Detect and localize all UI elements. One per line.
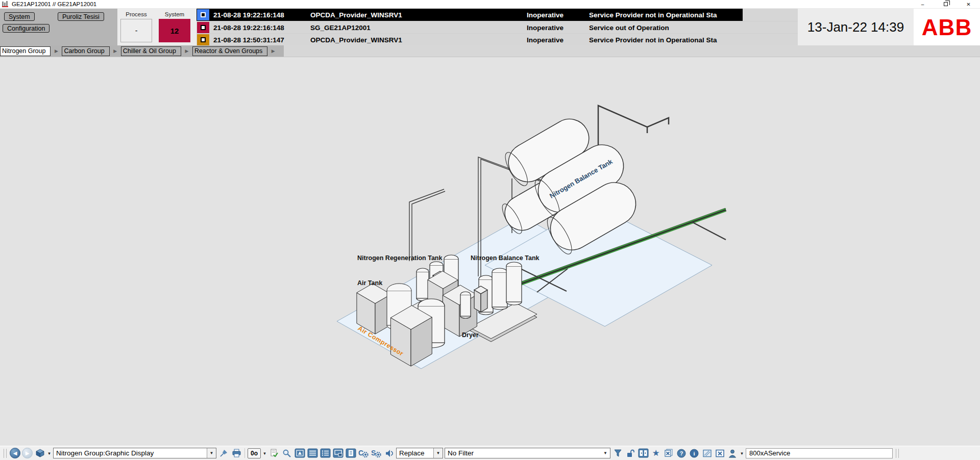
tab-label: Nitrogen Group: [2, 47, 45, 55]
acknowledge-button[interactable]: 0o: [248, 448, 261, 458]
nitrogen-plant-scene: Nitrogen Balance Tank: [0, 57, 980, 446]
minimize-button[interactable]: –: [911, 0, 934, 8]
window-overlap-icon[interactable]: [701, 448, 713, 459]
alarm-description: Service out of Operation: [589, 24, 743, 32]
header-band: System Puroliz Tesisi Configuration Proc…: [0, 9, 980, 45]
combo-dropdown-icon[interactable]: [207, 448, 216, 458]
audio-icon[interactable]: [383, 448, 395, 459]
restore-button[interactable]: [934, 0, 957, 8]
alarm-time: 21-08-28 12:50:31:147: [210, 36, 310, 44]
display-selector-value: Nitrogen Group:Graphic Display: [54, 449, 207, 457]
verify-document-icon[interactable]: [268, 448, 280, 459]
tab-chiller-oil-group[interactable]: Chiller & Oil Group: [121, 46, 181, 56]
system-count[interactable]: 12: [159, 19, 190, 42]
alarm-severity-cell[interactable]: [197, 22, 209, 33]
svg-text:C: C: [358, 449, 363, 457]
gear-c-icon[interactable]: C: [358, 448, 369, 459]
toolbar-grip[interactable]: [4, 449, 7, 458]
aspect-cube-caret[interactable]: [47, 451, 52, 456]
find-icon[interactable]: [281, 448, 292, 459]
alarm-row-tail: [743, 34, 798, 45]
app-icon: [2, 1, 9, 7]
tab-arrow-icon[interactable]: [110, 48, 121, 54]
alarm-row[interactable]: 21-08-28 12:50:31:147 OPCDA_Provider_WIN…: [197, 33, 798, 45]
favorites-star-icon[interactable]: ★: [650, 448, 662, 459]
alarm-time: 21-08-28 19:22:16:148: [210, 11, 310, 19]
display-screen-icon[interactable]: [332, 448, 344, 459]
process-label: Process: [120, 11, 152, 17]
toolbar-grip[interactable]: [896, 449, 899, 458]
plant-button[interactable]: Puroliz Tesisi: [58, 12, 104, 21]
abb-logo: ABB: [917, 13, 977, 41]
alarm-band: 21-08-28 19:22:16:148 OPCDA_Provider_WIN…: [197, 9, 798, 45]
alarm-list-icon[interactable]: [307, 448, 318, 459]
alarm-row-tail: [743, 21, 798, 33]
back-button[interactable]: ◀: [10, 448, 20, 458]
balance-tank-area-label: Nitrogen Balance Tank: [471, 254, 540, 262]
system-button[interactable]: System: [4, 12, 35, 21]
svg-text:?: ?: [680, 450, 683, 456]
alarm-marker-icon: [201, 25, 206, 30]
close-box-icon[interactable]: [714, 448, 725, 459]
header-left-panel: System Puroliz Tesisi Configuration: [0, 9, 117, 45]
alarm-source: OPCDA_Provider_WINSRV1: [310, 36, 527, 44]
svg-text:ABB: ABB: [922, 15, 972, 40]
user-field[interactable]: 800xAService: [746, 448, 893, 458]
alarm-time: 21-08-28 19:22:16:148: [210, 24, 310, 32]
system-label: System: [159, 11, 190, 17]
window-title: GE21AP12001 // GE21AP12001: [12, 1, 911, 7]
svg-text:S: S: [371, 449, 376, 457]
pin-icon[interactable]: [218, 448, 229, 459]
help-icon[interactable]: ?: [676, 448, 687, 459]
process-count[interactable]: -: [120, 19, 152, 42]
tab-label: Chiller & Oil Group: [123, 47, 176, 55]
tab-nitrogen-group[interactable]: Nitrogen Group: [0, 46, 51, 56]
event-list-icon[interactable]: [320, 448, 331, 459]
datetime-display: 13-Jan-22 14:39: [798, 9, 914, 45]
user-caret[interactable]: [740, 451, 744, 456]
replace-mode-value: Replace: [397, 449, 433, 457]
tab-label: Carbon Group: [64, 47, 104, 55]
close-display-icon[interactable]: [663, 448, 674, 459]
alarm-description: Service Provider not in Operational Sta: [589, 11, 743, 19]
filter-funnel-icon[interactable]: [612, 448, 623, 459]
alarm-severity-cell[interactable]: [197, 9, 209, 20]
gear-s-icon[interactable]: S: [371, 448, 382, 459]
alarm-row[interactable]: 21-08-28 19:22:16:148 OPCDA_Provider_WIN…: [197, 9, 798, 21]
close-button[interactable]: ✕: [957, 0, 980, 8]
configuration-button[interactable]: Configuration: [3, 24, 50, 33]
tab-arrow-icon[interactable]: [51, 48, 62, 54]
alarm-row-tail: [743, 9, 798, 21]
brand-panel: ABB: [914, 9, 980, 45]
display-selector-combo[interactable]: Nitrogen Group:Graphic Display: [53, 448, 216, 458]
combo-dropdown-icon[interactable]: [433, 448, 443, 458]
alarm-display-icon[interactable]: [294, 448, 305, 459]
svg-text:i: i: [693, 450, 695, 456]
alarm-state: Inoperative: [527, 24, 589, 32]
air-tank-label: Air Tank: [357, 279, 382, 287]
aspect-cube-icon[interactable]: [34, 448, 45, 459]
print-icon[interactable]: [231, 448, 242, 459]
tab-arrow-icon[interactable]: [181, 48, 192, 54]
alarm-source: OPCDA_Provider_WINSRV1: [310, 11, 527, 19]
alarm-marker-icon: [201, 37, 206, 42]
compare-panels-icon[interactable]: [638, 448, 649, 459]
alarm-state: Inoperative: [527, 11, 589, 19]
alarm-state: Inoperative: [527, 36, 589, 44]
filter-combo[interactable]: No Filter: [445, 448, 610, 458]
report-page-icon[interactable]: [345, 448, 356, 459]
acknowledge-caret[interactable]: [262, 451, 267, 456]
alarm-severity-cell[interactable]: [197, 34, 209, 45]
tab-arrow-icon[interactable]: [267, 48, 279, 54]
user-icon[interactable]: [727, 448, 738, 459]
unlock-icon[interactable]: [625, 448, 636, 459]
tab-reactor-oven-groups[interactable]: Reactor & Oven Groups: [192, 46, 267, 56]
combo-dropdown-icon[interactable]: [601, 448, 610, 458]
graphic-display-canvas: Nitrogen Balance Tank: [0, 57, 980, 446]
info-icon[interactable]: i: [689, 448, 700, 459]
tab-carbon-group[interactable]: Carbon Group: [62, 46, 109, 56]
alarm-row[interactable]: 21-08-28 19:22:16:148 SG_GE21AP12001 Ino…: [197, 21, 798, 33]
user-name: 800xAService: [749, 449, 790, 457]
forward-button[interactable]: ▶: [22, 448, 33, 458]
replace-mode-combo[interactable]: Replace: [396, 448, 443, 458]
